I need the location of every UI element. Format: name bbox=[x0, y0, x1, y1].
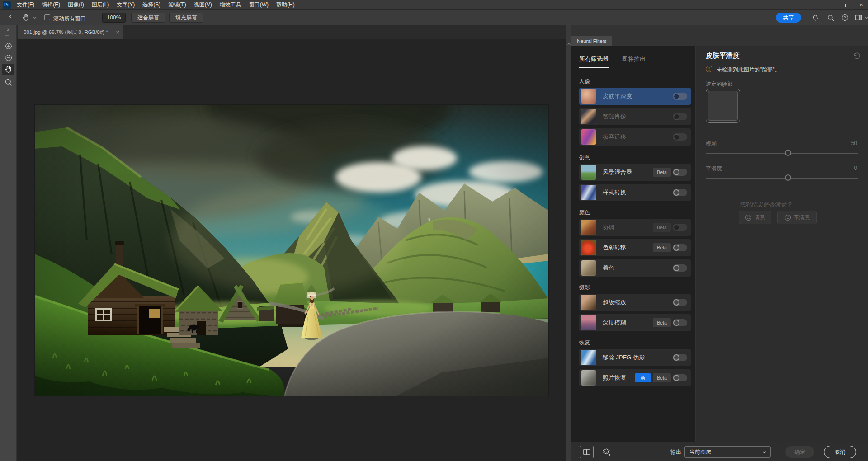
ok-button[interactable]: 确定 bbox=[785, 446, 814, 458]
beta-badge: Beta bbox=[653, 223, 671, 232]
layers-icon[interactable] bbox=[600, 447, 612, 457]
restore-icon[interactable] bbox=[841, 0, 854, 10]
document-tab-bar: 001.jpg @ 66.7% (图层 0, RGB/8#) * × bbox=[17, 25, 566, 39]
menu-edit[interactable]: 编辑(E) bbox=[42, 1, 60, 9]
tool-preset-chevron-icon[interactable] bbox=[33, 16, 37, 19]
panel-tab-neural-filters[interactable]: Neural Filters bbox=[571, 36, 612, 46]
cancel-button[interactable]: 取消 bbox=[824, 446, 856, 458]
feedback-dislike-button[interactable]: 不满意 bbox=[777, 211, 817, 224]
menu-window[interactable]: 窗口(W) bbox=[249, 1, 269, 9]
toolbar-collapse-icon[interactable]: » bbox=[0, 27, 17, 32]
zoom-level-button[interactable]: 100% bbox=[102, 13, 126, 23]
filter-toggle[interactable] bbox=[673, 319, 687, 326]
search-icon[interactable] bbox=[826, 13, 835, 22]
filter-toggle[interactable] bbox=[673, 374, 687, 381]
filter-item-depth-blur[interactable]: 深度模糊 Beta bbox=[579, 314, 691, 331]
menu-type[interactable]: 文字(Y) bbox=[117, 1, 135, 9]
scroll-all-windows-checkbox[interactable] bbox=[44, 14, 50, 20]
output-dropdown-value: 当前图层 bbox=[689, 448, 711, 456]
panel-collapse-gutter[interactable] bbox=[566, 25, 571, 461]
style-transfer-thumbnail bbox=[581, 185, 596, 200]
photo-restoration-thumbnail bbox=[581, 370, 596, 386]
filter-item-style-transfer[interactable]: 样式转换 bbox=[579, 184, 691, 201]
share-button[interactable]: 共享 bbox=[776, 13, 801, 23]
filter-item-jpeg-artifacts-removal[interactable]: 移除 JPEG 伪影 bbox=[579, 349, 691, 366]
menu-layer[interactable]: 图层(L) bbox=[92, 1, 109, 9]
smoothness-slider[interactable] bbox=[706, 178, 858, 179]
menu-filter[interactable]: 滤镜(T) bbox=[168, 1, 186, 9]
new-badge: 新 bbox=[635, 373, 651, 382]
filter-label: 深度模糊 bbox=[603, 314, 626, 331]
tab-close-icon[interactable]: × bbox=[116, 29, 119, 36]
zoom-in-tool-icon[interactable] bbox=[2, 40, 14, 52]
filter-item-skin-smoothing[interactable]: 皮肤平滑度 bbox=[579, 88, 691, 105]
filter-item-color-transfer[interactable]: 色彩转移 Beta bbox=[579, 239, 691, 256]
menu-select[interactable]: 选择(S) bbox=[142, 1, 160, 9]
filter-toggle[interactable] bbox=[673, 189, 687, 196]
filter-item-colorize[interactable]: 着色 bbox=[579, 259, 691, 277]
filter-label: 色彩转移 bbox=[603, 239, 626, 256]
hand-tool[interactable] bbox=[2, 64, 14, 75]
filter-toggle[interactable] bbox=[673, 113, 687, 120]
menu-view[interactable]: 视图(V) bbox=[194, 1, 212, 9]
menu-image[interactable]: 图像(I) bbox=[68, 1, 84, 9]
scroll-all-windows-label: 滚动所有窗口 bbox=[53, 15, 86, 23]
minimize-icon[interactable] bbox=[827, 0, 841, 10]
selected-face-thumbnail[interactable] bbox=[706, 89, 740, 123]
filter-toggle[interactable] bbox=[673, 354, 687, 361]
filter-item-makeup-transfer[interactable]: 妆容迁移 bbox=[579, 128, 691, 146]
feedback-question: 您对结果是否满意？ bbox=[739, 201, 792, 209]
filter-toggle[interactable] bbox=[673, 264, 687, 272]
feedback-like-button[interactable]: 满意 bbox=[739, 211, 771, 224]
more-options-icon[interactable]: ··· bbox=[677, 52, 686, 59]
zoom-tool-icon[interactable] bbox=[2, 76, 14, 88]
fill-screen-button[interactable]: 填充屏幕 bbox=[169, 13, 203, 23]
filter-label: 样式转换 bbox=[603, 184, 626, 201]
filter-item-smart-portrait[interactable]: 智能肖像 bbox=[579, 108, 691, 125]
canvas-image bbox=[35, 105, 548, 396]
skin-smoothing-thumbnail bbox=[581, 89, 596, 104]
filter-toggle[interactable] bbox=[673, 244, 687, 251]
filter-toggle[interactable] bbox=[673, 133, 687, 141]
filter-item-photo-restoration[interactable]: 照片恢复 新 Beta bbox=[579, 369, 691, 386]
svg-text:?: ? bbox=[844, 15, 846, 20]
window-controls: × bbox=[827, 0, 868, 10]
super-zoom-thumbnail bbox=[581, 295, 596, 310]
reset-icon[interactable] bbox=[853, 52, 861, 60]
tab-coming-soon[interactable]: 即将推出 bbox=[622, 55, 646, 63]
smoothness-slider-knob[interactable] bbox=[785, 174, 791, 181]
menu-plugins[interactable]: 增效工具 bbox=[220, 1, 241, 9]
hand-tool-icon[interactable] bbox=[20, 13, 32, 23]
filter-label: 超级缩放 bbox=[603, 294, 626, 311]
filter-label: 着色 bbox=[603, 259, 614, 277]
chevron-up-icon[interactable] bbox=[567, 42, 571, 46]
filter-toggle[interactable] bbox=[673, 93, 687, 100]
toolbar-grip[interactable] bbox=[5, 35, 12, 37]
zoom-out-tool-icon[interactable] bbox=[2, 52, 14, 63]
notifications-bell-icon[interactable] bbox=[810, 13, 820, 22]
filter-item-landscape-mixer[interactable]: 风景混合器 Beta bbox=[579, 164, 691, 181]
fit-screen-button[interactable]: 适合屏幕 bbox=[131, 13, 165, 23]
help-icon[interactable]: ? bbox=[840, 13, 850, 22]
filter-item-super-zoom[interactable]: 超级缩放 bbox=[579, 294, 691, 311]
filter-toggle[interactable] bbox=[673, 169, 687, 176]
panel-footer: 输出 当前图层 确定 取消 bbox=[571, 442, 868, 461]
menu-help[interactable]: 帮助(H) bbox=[276, 1, 295, 9]
canvas-area[interactable] bbox=[17, 39, 566, 461]
filter-item-harmonization[interactable]: 协调 Beta bbox=[579, 219, 691, 236]
close-icon[interactable]: × bbox=[854, 0, 868, 10]
tab-all-filters[interactable]: 所有筛选器 bbox=[579, 55, 609, 63]
chevron-down-icon[interactable] bbox=[862, 13, 868, 22]
document-tab[interactable]: 001.jpg @ 66.7% (图层 0, RGB/8#) * × bbox=[18, 25, 123, 39]
blur-slider[interactable] bbox=[706, 153, 858, 154]
menu-file[interactable]: 文件(F) bbox=[17, 1, 34, 9]
feedback-dislike-label: 不满意 bbox=[794, 214, 810, 221]
tool-strip: » bbox=[0, 25, 17, 461]
title-bar: Ps 文件(F) 编辑(E) 图像(I) 图层(L) 文字(Y) 选择(S) 滤… bbox=[0, 0, 868, 10]
filter-toggle[interactable] bbox=[673, 224, 687, 231]
filter-toggle[interactable] bbox=[673, 299, 687, 306]
back-arrow-icon[interactable]: ‹ bbox=[5, 12, 15, 21]
split-preview-icon[interactable] bbox=[580, 446, 594, 458]
output-dropdown[interactable]: 当前图层 bbox=[684, 446, 771, 458]
blur-slider-knob[interactable] bbox=[785, 150, 791, 156]
